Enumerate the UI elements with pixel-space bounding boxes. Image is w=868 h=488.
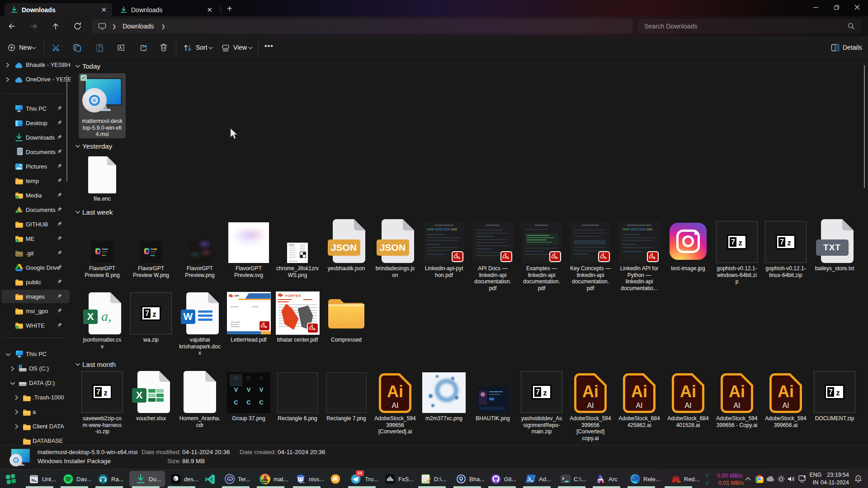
svg-text:Ai: Ai	[387, 382, 403, 401]
svg-text:Ai: Ai	[778, 382, 794, 401]
svg-text:Ai: Ai	[729, 382, 745, 401]
svg-text:AI: AI	[392, 402, 398, 409]
svg-text:AI: AI	[733, 402, 740, 409]
svg-text:AI: AI	[636, 402, 642, 409]
svg-text:AI: AI	[782, 402, 789, 409]
svg-text:Ai: Ai	[631, 382, 647, 401]
svg-text:N: N	[32, 478, 35, 483]
svg-text:Ai: Ai	[582, 382, 599, 401]
svg-text:71: 71	[678, 480, 681, 483]
svg-text:AI: AI	[684, 402, 691, 409]
svg-text:Ai: Ai	[680, 382, 696, 401]
svg-text:AI: AI	[587, 402, 594, 409]
svg-text:beta: beta	[302, 482, 305, 483]
svg-text:z: z	[858, 477, 859, 480]
